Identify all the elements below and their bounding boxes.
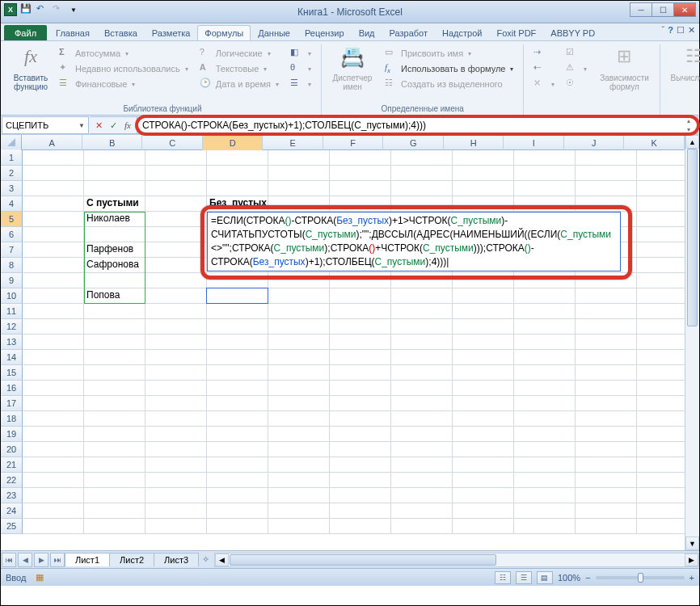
row-head-11[interactable]: 11	[1, 304, 23, 319]
cell-B16[interactable]	[84, 381, 145, 396]
view-normal-button[interactable]: ☷	[495, 571, 511, 584]
fx-button[interactable]: fx	[120, 118, 135, 133]
cell-A11[interactable]	[23, 304, 84, 319]
formula-bar[interactable]: СТРОКА()-СТРОКА(Без_пустых)+1);СТОЛБЕЦ(С…	[137, 116, 698, 134]
cell-B18[interactable]	[84, 411, 145, 427]
cell-E25[interactable]	[268, 519, 330, 534]
col-head-F[interactable]: F	[323, 135, 384, 150]
cell-D10[interactable]	[207, 288, 268, 304]
cell-A14[interactable]	[23, 350, 84, 365]
tab-nav-prev[interactable]: ◀	[18, 553, 32, 567]
cell-B5[interactable]: Николаев	[84, 212, 145, 227]
cell-J1[interactable]	[576, 150, 637, 166]
zoom-slider[interactable]	[596, 576, 685, 579]
cell-E21[interactable]	[268, 457, 330, 473]
cell-H21[interactable]	[453, 457, 514, 473]
cell-F22[interactable]	[330, 473, 391, 488]
other-button[interactable]: ☰▾	[287, 77, 314, 91]
cell-E19[interactable]	[268, 427, 330, 442]
cell-E3[interactable]	[268, 181, 330, 196]
row-head-13[interactable]: 13	[1, 335, 23, 350]
cell-F14[interactable]	[330, 350, 391, 365]
formula-bar-expand[interactable]: ▴▾	[681, 119, 696, 132]
cell-B19[interactable]	[84, 427, 145, 442]
cell-I9[interactable]	[514, 273, 576, 288]
cell-I24[interactable]	[514, 503, 576, 519]
minimize-ribbon-icon[interactable]: ˇ	[662, 25, 665, 36]
cell-J25[interactable]	[576, 519, 637, 534]
cell-J14[interactable]	[576, 350, 637, 365]
cell-B2[interactable]	[84, 166, 145, 181]
row-head-23[interactable]: 23	[1, 488, 23, 503]
row-head-6[interactable]: 6	[1, 227, 23, 242]
cell-A16[interactable]	[23, 381, 84, 396]
col-head-D[interactable]: D	[203, 135, 264, 150]
cancel-formula-button[interactable]: ✕	[91, 118, 106, 133]
cell-F19[interactable]	[330, 427, 391, 442]
row-head-17[interactable]: 17	[1, 396, 23, 411]
cell-H4[interactable]	[453, 196, 514, 212]
cell-D12[interactable]	[207, 319, 268, 335]
accept-formula-button[interactable]: ✓	[106, 118, 120, 133]
create-from-sel-button[interactable]: ☷Создать из выделенного	[382, 77, 517, 91]
cell-J13[interactable]	[576, 335, 637, 350]
cell-H3[interactable]	[453, 181, 514, 196]
cell-A17[interactable]	[23, 396, 84, 411]
cell-D3[interactable]	[207, 181, 268, 196]
cell-J22[interactable]	[576, 473, 637, 488]
cell-edit-box[interactable]: =ЕСЛИ(СТРОКА()-СТРОКА(Без_пустых)+1>ЧСТР…	[207, 212, 621, 271]
cell-H2[interactable]	[453, 166, 514, 181]
cell-I4[interactable]	[514, 196, 576, 212]
cell-H25[interactable]	[453, 519, 514, 534]
row-head-14[interactable]: 14	[1, 350, 23, 365]
cell-A19[interactable]	[23, 427, 84, 442]
cell-F20[interactable]	[330, 442, 391, 457]
cell-G4[interactable]	[391, 196, 453, 212]
ribbon-tab-разметка[interactable]: Разметка	[145, 25, 198, 40]
cell-J10[interactable]	[576, 288, 637, 304]
cell-G22[interactable]	[391, 473, 453, 488]
cell-D15[interactable]	[207, 365, 268, 381]
assign-name-button[interactable]: ▭Присвоить имя▾	[382, 46, 517, 61]
col-head-A[interactable]: A	[22, 135, 82, 150]
cell-B10[interactable]: Попова	[84, 288, 145, 304]
cell-H16[interactable]	[453, 381, 514, 396]
cell-H20[interactable]	[453, 442, 514, 457]
select-all-corner[interactable]	[1, 135, 22, 150]
cell-C13[interactable]	[145, 335, 207, 350]
close-button[interactable]: ✕	[673, 2, 696, 17]
cell-E2[interactable]	[268, 166, 330, 181]
row-head-2[interactable]: 2	[1, 166, 23, 181]
cell-J19[interactable]	[576, 427, 637, 442]
cell-D13[interactable]	[207, 335, 268, 350]
ribbon-tab-разработ[interactable]: Разработ	[382, 25, 435, 40]
ribbon-tab-данные[interactable]: Данные	[251, 25, 297, 40]
row-head-25[interactable]: 25	[1, 519, 23, 534]
cell-E12[interactable]	[268, 319, 330, 335]
cell-B14[interactable]	[84, 350, 145, 365]
tab-nav-first[interactable]: ⏮	[2, 553, 16, 567]
cell-C23[interactable]	[145, 488, 207, 503]
cell-G15[interactable]	[391, 365, 453, 381]
trace-dep-icon[interactable]: ⇠	[530, 61, 558, 76]
row-head-24[interactable]: 24	[1, 503, 23, 519]
tab-nav-next[interactable]: ▶	[34, 553, 48, 567]
cell-I3[interactable]	[514, 181, 576, 196]
cell-F17[interactable]	[330, 396, 391, 411]
cell-E18[interactable]	[268, 411, 330, 427]
ribbon-tab-вставка[interactable]: Вставка	[97, 25, 145, 40]
row-head-15[interactable]: 15	[1, 365, 23, 381]
cell-B9[interactable]	[84, 273, 145, 288]
minimize-button[interactable]: ─	[630, 2, 652, 17]
child-close-icon[interactable]: ✕	[688, 25, 695, 36]
cell-I15[interactable]	[514, 365, 576, 381]
cell-I22[interactable]	[514, 473, 576, 488]
cell-H13[interactable]	[453, 335, 514, 350]
file-tab[interactable]: Файл	[4, 25, 47, 40]
cell-J11[interactable]	[576, 304, 637, 319]
col-head-K[interactable]: K	[624, 135, 685, 150]
cell-H23[interactable]	[453, 488, 514, 503]
cell-B23[interactable]	[84, 488, 145, 503]
cell-J3[interactable]	[576, 181, 637, 196]
cell-D2[interactable]	[207, 166, 268, 181]
